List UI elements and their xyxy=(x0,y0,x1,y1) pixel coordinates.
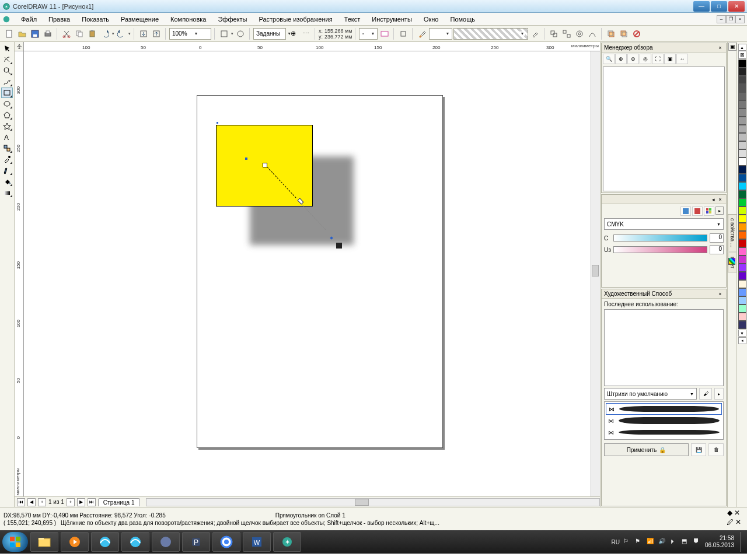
paste-button[interactable] xyxy=(86,28,98,40)
taskbar-app2-button[interactable]: P xyxy=(182,532,210,552)
print-button[interactable] xyxy=(42,28,54,40)
color-mode2-button[interactable] xyxy=(692,206,703,216)
align-button[interactable] xyxy=(574,28,585,40)
pattern-combo[interactable]: ▼ xyxy=(453,28,528,40)
color-swatch[interactable] xyxy=(738,76,746,84)
page-prev-button[interactable]: ◀ xyxy=(27,498,36,506)
outline-opts-button[interactable] xyxy=(379,28,390,40)
zoom-tool[interactable] xyxy=(1,65,13,76)
menu-bitmaps[interactable]: Растровые изображения xyxy=(254,15,337,24)
page-tab-1[interactable]: Страница 1 xyxy=(98,498,140,506)
properties-tab[interactable]: с войства ... xyxy=(728,214,737,251)
color-swatch[interactable] xyxy=(738,280,746,288)
brush-list[interactable]: ⋈ ⋈ ⋈ xyxy=(604,401,724,440)
overview-close-button[interactable]: × xyxy=(717,44,724,51)
page-first-button[interactable]: ⏮ xyxy=(17,498,25,506)
close-button[interactable]: ✕ xyxy=(728,1,745,12)
minimize-button[interactable]: — xyxy=(693,1,710,12)
page-last-button[interactable]: ⏭ xyxy=(88,498,96,506)
taskbar-mediaplayer-button[interactable] xyxy=(61,532,89,552)
copy-button[interactable] xyxy=(74,28,85,40)
delete-brush-button[interactable]: 🗑 xyxy=(708,443,724,456)
menu-arrange[interactable]: Компоновка xyxy=(166,15,211,24)
menu-effects[interactable]: Эффекты xyxy=(213,15,252,24)
color-swatch[interactable] xyxy=(738,158,746,166)
vertical-ruler[interactable]: миллиметры 300 250 200 150 100 50 0 xyxy=(15,51,24,496)
zoom-1to1-button[interactable]: 🔍 xyxy=(603,54,615,64)
horizontal-scrollbar[interactable] xyxy=(146,498,600,506)
color-swatch[interactable] xyxy=(738,215,746,223)
color-close-button[interactable]: × xyxy=(717,196,724,203)
color-swatch[interactable] xyxy=(738,256,746,264)
redo-button[interactable] xyxy=(116,28,127,40)
artistic-docker-title[interactable]: Художественный Способ × xyxy=(602,289,726,299)
zoom-page-button[interactable]: ▣ xyxy=(664,54,676,64)
color-swatch[interactable] xyxy=(738,206,746,215)
menu-view[interactable]: Показать xyxy=(77,15,114,24)
cyan-slider[interactable] xyxy=(613,235,707,242)
color-flyout-button[interactable]: ▸ xyxy=(715,206,724,215)
palette-flyout-button[interactable]: ◂ xyxy=(738,337,746,344)
maximize-button[interactable]: □ xyxy=(711,1,727,12)
cyan-value-input[interactable]: 0 xyxy=(710,233,724,243)
shadow-end-handle[interactable] xyxy=(336,243,342,249)
interactive-fill-tool[interactable] xyxy=(1,187,13,198)
zoom-sel-button[interactable]: ◎ xyxy=(640,54,651,64)
no-access-button[interactable] xyxy=(631,28,643,40)
export-button[interactable] xyxy=(151,28,162,40)
taskbar-coreldraw-button[interactable]: ✶ xyxy=(273,532,301,552)
outline-start-combo[interactable]: ▼ xyxy=(359,28,378,40)
interactive-tool[interactable] xyxy=(1,143,13,153)
color-swatch[interactable] xyxy=(738,264,746,272)
group-button[interactable] xyxy=(548,28,560,40)
palette-up-button[interactable]: ▲ xyxy=(738,44,746,51)
vertical-scrollbar[interactable] xyxy=(591,51,600,496)
artistic-close-button[interactable]: × xyxy=(717,290,724,298)
new-button[interactable] xyxy=(4,28,15,40)
color-swatch[interactable] xyxy=(738,84,746,92)
control-point[interactable] xyxy=(245,158,247,160)
zoom-out-button[interactable]: ⊖ xyxy=(627,54,639,64)
color-swatch[interactable] xyxy=(738,100,746,108)
polygon-tool[interactable] xyxy=(1,110,13,120)
tray-misc2-icon[interactable]: ⬒ xyxy=(682,538,690,546)
options-button[interactable] xyxy=(235,28,246,40)
color-docker-title[interactable]: ◂ × xyxy=(602,195,726,204)
shape-tool[interactable] xyxy=(1,54,13,65)
color-mode3-button[interactable] xyxy=(704,206,714,216)
magenta-slider[interactable] xyxy=(613,246,707,253)
to-front-button[interactable] xyxy=(605,28,617,40)
color-swatch[interactable] xyxy=(738,174,746,182)
convert-button[interactable] xyxy=(587,28,598,40)
tray-volume-icon[interactable]: 🔊 xyxy=(658,538,666,546)
docker-expand-button[interactable]: ▣ xyxy=(728,43,736,51)
tray-network-icon[interactable]: 📶 xyxy=(647,538,655,546)
menu-file[interactable]: Файл xyxy=(16,15,41,24)
zoom-combo[interactable]: 100%▼ xyxy=(169,28,211,40)
no-fill-swatch[interactable]: ⊠ xyxy=(738,51,746,59)
ungroup-button[interactable] xyxy=(561,28,573,40)
color-swatch[interactable] xyxy=(738,141,746,149)
page-add-before-button[interactable]: + xyxy=(38,498,46,506)
undo-button[interactable] xyxy=(99,28,111,40)
brush-preset-combo[interactable]: Штрихи по умолчанию▼ xyxy=(604,388,697,400)
save-button[interactable] xyxy=(29,28,41,40)
color-swatch[interactable] xyxy=(738,247,746,256)
eyedropper-tool[interactable] xyxy=(1,154,13,164)
menu-layout[interactable]: Размещение xyxy=(116,15,163,24)
tray-clock[interactable]: 21:58 06.05.2013 xyxy=(705,535,734,549)
open-button[interactable] xyxy=(16,28,28,40)
color-model-combo[interactable]: CMYK▼ xyxy=(604,218,724,230)
taskbar-explorer-button[interactable] xyxy=(30,532,58,552)
overview-preview[interactable] xyxy=(603,66,725,191)
color-swatch[interactable] xyxy=(738,296,746,304)
basic-shapes-tool[interactable] xyxy=(1,121,13,131)
color-swatch[interactable] xyxy=(738,313,746,321)
brush-item-2[interactable]: ⋈ xyxy=(606,415,722,426)
menu-window[interactable]: Окно xyxy=(419,15,444,24)
to-back-button[interactable] xyxy=(618,28,630,40)
zoom-width-button[interactable]: ↔ xyxy=(676,54,688,64)
color-mode1-button[interactable] xyxy=(680,206,691,216)
taskbar-ie2-button[interactable] xyxy=(121,532,149,552)
mdi-restore-button[interactable]: ❐ xyxy=(726,15,735,23)
